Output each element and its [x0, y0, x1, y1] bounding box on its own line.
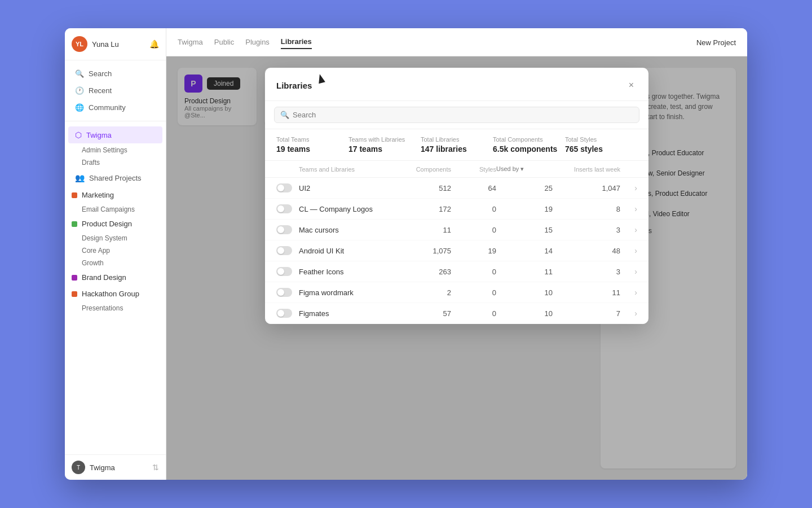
- table-body: UI2 512 64 25 1,047 › CL — Company Logos: [265, 178, 648, 324]
- stat-total-teams: Total Teams 19 teams: [276, 136, 348, 154]
- sidebar: YL Yuna Lu 🔔 🔍 Search 🕐 Recent 🌐 Communi…: [65, 28, 166, 480]
- sidebar-item-community[interactable]: 🌐 Community: [68, 99, 162, 116]
- search-icon: 🔍: [280, 111, 289, 119]
- library-name: Android UI Kit: [299, 247, 395, 255]
- table-row[interactable]: Mac cursors 11 0 15 3 ›: [265, 220, 648, 240]
- shared-projects-icon: 👥: [75, 173, 85, 182]
- stat-value: 147 libraries: [421, 144, 493, 154]
- toggle-switch[interactable]: [276, 204, 292, 213]
- stat-total-components: Total Components 6.5k components: [493, 136, 565, 154]
- table-row[interactable]: Feather Icons 263 0 11 3 ›: [265, 261, 648, 282]
- inserts-count: 8: [553, 205, 620, 213]
- toggle-switch[interactable]: [276, 309, 292, 318]
- inserts-count: 7: [553, 309, 620, 318]
- table-row[interactable]: Figmates 57 0 10 7 ›: [265, 303, 648, 324]
- used-by-count: 25: [496, 184, 553, 192]
- globe-icon: 🌐: [75, 103, 84, 112]
- styles-count: 19: [451, 247, 496, 255]
- modal-close-button[interactable]: ×: [625, 79, 637, 91]
- cursor-area: [312, 77, 625, 94]
- chevron-right-icon: ›: [620, 225, 637, 234]
- chevron-right-icon: ›: [620, 267, 637, 276]
- chevron-right-icon: ›: [620, 309, 637, 318]
- col-styles: Styles: [451, 166, 496, 173]
- sidebar-item-hackathon[interactable]: Hackathon Group: [65, 286, 166, 302]
- styles-count: 0: [451, 205, 496, 213]
- stat-label: Total Components: [493, 136, 565, 143]
- sidebar-bottom[interactable]: T Twigma ⇅: [65, 454, 166, 480]
- library-name: Feather Icons: [299, 268, 395, 276]
- library-name: CL — Company Logos: [299, 205, 395, 213]
- sidebar-item-recent[interactable]: 🕐 Recent: [68, 82, 162, 99]
- stat-value: 765 styles: [565, 144, 637, 154]
- sidebar-item-drafts[interactable]: Drafts: [65, 156, 166, 169]
- chevron-right-icon: ›: [620, 288, 637, 297]
- topbar-right: New Project: [696, 37, 736, 47]
- tab-twigma[interactable]: Twigma: [178, 36, 203, 49]
- used-by-count: 10: [496, 309, 553, 318]
- twigma-icon: ⬡: [75, 130, 82, 139]
- toggle-switch[interactable]: [276, 267, 292, 276]
- sidebar-item-email-campaigns[interactable]: Email Campaigns: [65, 203, 166, 216]
- app-body: YL Yuna Lu 🔔 🔍 Search 🕐 Recent 🌐 Communi…: [65, 28, 747, 480]
- toggle-switch[interactable]: [276, 225, 292, 234]
- library-name: Figmates: [299, 309, 395, 318]
- app-window: YL Yuna Lu 🔔 🔍 Search 🕐 Recent 🌐 Communi…: [65, 28, 747, 480]
- used-by-count: 19: [496, 205, 553, 213]
- modal-overlay: Libraries × 🔍: [166, 56, 747, 480]
- stats-row: Total Teams 19 teams Teams with Librarie…: [265, 129, 648, 161]
- used-by-count: 10: [496, 288, 553, 297]
- stat-value: 19 teams: [276, 144, 348, 154]
- sidebar-item-design-system[interactable]: Design System: [65, 232, 166, 244]
- sidebar-item-admin-settings[interactable]: Admin Settings: [65, 144, 166, 156]
- username-label: Yuna Lu: [92, 40, 145, 49]
- styles-count: 0: [451, 309, 496, 318]
- styles-count: 64: [451, 184, 496, 192]
- used-by-count: 11: [496, 268, 553, 276]
- sidebar-item-shared-projects[interactable]: 👥 Shared Projects: [68, 169, 162, 186]
- stat-total-libraries: Total Libraries 147 libraries: [421, 136, 493, 154]
- toggle-switch[interactable]: [276, 183, 292, 192]
- stat-value: 6.5k components: [493, 144, 565, 154]
- sidebar-item-presentations[interactable]: Presentations: [65, 302, 166, 314]
- table-row[interactable]: CL — Company Logos 172 0 19 8 ›: [265, 199, 648, 220]
- marketing-dot: [72, 192, 77, 198]
- sidebar-item-marketing[interactable]: Marketing: [65, 187, 166, 203]
- topbar: Twigma Public Plugins Libraries New Proj…: [166, 28, 747, 56]
- sidebar-item-core-app[interactable]: Core App: [65, 244, 166, 257]
- sidebar-item-label: Search: [89, 69, 112, 78]
- toggle-switch[interactable]: [276, 246, 292, 255]
- table-row[interactable]: Figma wordmark 2 0 10 11 ›: [265, 282, 648, 303]
- modal-header: Libraries ×: [265, 68, 648, 101]
- sidebar-item-label: Marketing: [82, 191, 114, 199]
- sidebar-item-brand-design[interactable]: Brand Design: [65, 269, 166, 286]
- sidebar-item-product-design[interactable]: Product Design: [65, 216, 166, 232]
- modal-search-area: 🔍: [265, 101, 648, 129]
- table-header: Teams and Libraries Components Styles Us…: [265, 161, 648, 178]
- chevron-right-icon: ›: [620, 204, 637, 213]
- col-teams-and-libraries: Teams and Libraries: [299, 166, 395, 173]
- toggle-switch[interactable]: [276, 288, 292, 297]
- sidebar-item-label: Community: [89, 103, 126, 112]
- table-row[interactable]: Android UI Kit 1,075 19 14 48 ›: [265, 240, 648, 261]
- sidebar-item-twigma[interactable]: ⬡ Twigma: [68, 126, 162, 143]
- sidebar-item-label: Shared Projects: [89, 174, 142, 182]
- col-components: Components: [395, 166, 451, 173]
- used-by-count: 14: [496, 247, 553, 255]
- tab-plugins[interactable]: Plugins: [245, 36, 270, 49]
- stat-label: Total Libraries: [421, 136, 493, 143]
- col-used-by[interactable]: Used by ▾: [496, 165, 553, 173]
- team-name-label: Twigma: [90, 463, 115, 472]
- table-row[interactable]: UI2 512 64 25 1,047 ›: [265, 178, 648, 199]
- new-project-button[interactable]: New Project: [696, 38, 736, 47]
- stat-label: Teams with Libraries: [348, 136, 421, 143]
- tab-libraries[interactable]: Libraries: [281, 35, 312, 49]
- search-input[interactable]: [293, 111, 633, 119]
- sidebar-item-growth[interactable]: Growth: [65, 257, 166, 269]
- bell-icon[interactable]: 🔔: [149, 40, 159, 49]
- tab-public[interactable]: Public: [214, 36, 234, 49]
- stat-label: Total Teams: [276, 136, 348, 143]
- libraries-modal: Libraries × 🔍: [265, 68, 648, 324]
- inserts-count: 11: [553, 288, 620, 297]
- sidebar-item-search[interactable]: 🔍 Search: [68, 65, 162, 82]
